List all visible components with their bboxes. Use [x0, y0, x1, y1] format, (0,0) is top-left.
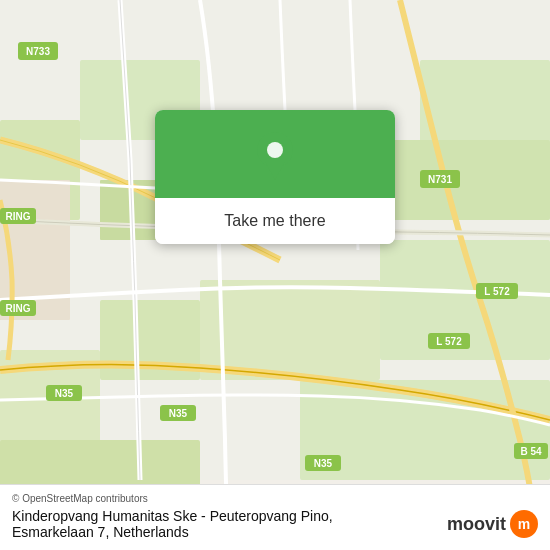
- svg-text:N35: N35: [314, 458, 333, 469]
- svg-text:RING: RING: [6, 303, 31, 314]
- moovit-logo: moovit m: [447, 510, 538, 538]
- map-background: N733 N731 L 572 L 572 N35 N35 N35 RING R…: [0, 0, 550, 550]
- map-container: N733 N731 L 572 L 572 N35 N35 N35 RING R…: [0, 0, 550, 550]
- svg-text:RING: RING: [6, 211, 31, 222]
- svg-text:N35: N35: [169, 408, 188, 419]
- location-pin-icon: [255, 132, 295, 180]
- bottom-info-bar: © OpenStreetMap contributors Kinderopvan…: [0, 484, 550, 550]
- svg-text:L 572: L 572: [484, 286, 510, 297]
- svg-text:N733: N733: [26, 46, 50, 57]
- svg-text:N731: N731: [428, 174, 452, 185]
- location-address: Esmarkelaan 7, Netherlands: [12, 524, 333, 540]
- moovit-icon: m: [510, 510, 538, 538]
- svg-rect-4: [200, 280, 380, 380]
- popup-header: [155, 110, 395, 198]
- svg-marker-39: [265, 162, 285, 180]
- moovit-dot-letter: m: [518, 517, 530, 531]
- svg-text:L 572: L 572: [436, 336, 462, 347]
- moovit-wordmark: moovit: [447, 514, 506, 535]
- svg-point-38: [267, 142, 283, 158]
- svg-text:N35: N35: [55, 388, 74, 399]
- location-name: Kinderopvang Humanitas Ske - Peuteropvan…: [12, 508, 333, 524]
- osm-attribution: © OpenStreetMap contributors: [12, 493, 538, 504]
- svg-text:B 54: B 54: [520, 446, 542, 457]
- take-me-there-button[interactable]: Take me there: [155, 198, 395, 244]
- location-popup: Take me there: [155, 110, 395, 244]
